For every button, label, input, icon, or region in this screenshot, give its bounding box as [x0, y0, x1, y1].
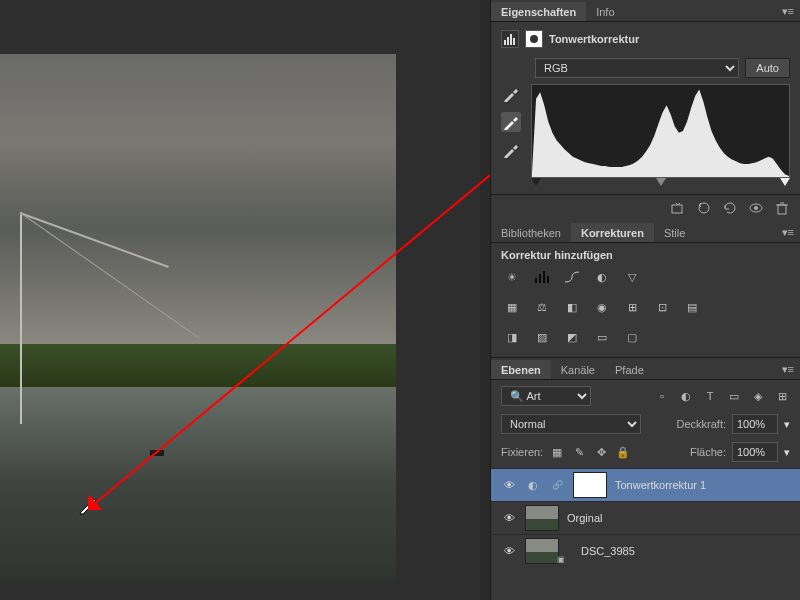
- filter-shape-icon[interactable]: ▭: [726, 388, 742, 404]
- document-canvas[interactable]: [0, 0, 480, 600]
- layer-filter-select[interactable]: 🔍 Art: [501, 386, 591, 406]
- highlight-slider[interactable]: [780, 178, 790, 186]
- document-image[interactable]: [0, 54, 396, 582]
- image-sky-region: [0, 54, 396, 344]
- tab-bibliotheken[interactable]: Bibliotheken: [491, 223, 571, 242]
- image-water-region: [0, 387, 396, 582]
- svg-rect-11: [778, 205, 786, 214]
- channel-select[interactable]: RGB: [535, 58, 739, 78]
- levels-icon: [501, 30, 519, 48]
- histogram-box[interactable]: [531, 84, 790, 178]
- properties-flyout-icon[interactable]: ▾≡: [776, 2, 800, 21]
- layer-name[interactable]: DSC_3985: [581, 545, 635, 557]
- lock-position-icon[interactable]: ✥: [593, 444, 609, 460]
- trash-icon[interactable]: [774, 201, 790, 215]
- visibility-toggle-icon[interactable]: 👁: [501, 479, 517, 491]
- shadow-slider[interactable]: [531, 178, 541, 186]
- link-icon[interactable]: 🔗: [549, 477, 565, 493]
- midtone-slider[interactable]: [656, 178, 666, 186]
- svg-rect-17: [547, 276, 549, 283]
- layer-mask-thumbnail[interactable]: [573, 472, 607, 498]
- bw-icon[interactable]: ◧: [561, 297, 583, 317]
- selective-color-icon[interactable]: ▢: [621, 327, 643, 347]
- curves-icon[interactable]: [561, 267, 583, 287]
- svg-rect-7: [672, 205, 682, 213]
- invert-icon[interactable]: ◨: [501, 327, 523, 347]
- previous-state-icon[interactable]: [696, 201, 712, 215]
- color-balance-icon[interactable]: ⚖: [531, 297, 553, 317]
- adjustment-icons: ☀ ◐ ▽: [491, 263, 800, 297]
- hue-sat-icon[interactable]: ▦: [501, 297, 523, 317]
- svg-rect-14: [535, 278, 537, 283]
- photo-filter-icon[interactable]: ◉: [591, 297, 613, 317]
- svg-rect-2: [507, 37, 509, 45]
- posterize-icon[interactable]: ▨: [531, 327, 553, 347]
- adjustment-icons-row2: ▦ ⚖ ◧ ◉ ⊞ ⊡ ▤: [491, 297, 800, 327]
- visibility-toggle-icon[interactable]: 👁: [501, 545, 517, 557]
- svg-point-8: [699, 203, 709, 213]
- fill-chevron-icon[interactable]: ▾: [784, 446, 790, 459]
- color-lookup-icon[interactable]: ⊡: [651, 297, 673, 317]
- layers-flyout-icon[interactable]: ▾≡: [776, 360, 800, 379]
- svg-rect-4: [513, 38, 515, 45]
- reset-icon[interactable]: [722, 201, 738, 215]
- eyedropper-cursor-icon: [78, 495, 98, 515]
- svg-rect-3: [510, 34, 512, 45]
- lock-pixels-icon[interactable]: ▦: [549, 444, 565, 460]
- layer-name[interactable]: Tonwertkorrektur 1: [615, 479, 706, 491]
- image-boat: [150, 450, 164, 456]
- visibility-toggle-icon[interactable]: 👁: [501, 512, 517, 524]
- lock-all-icon[interactable]: 🔒: [615, 444, 631, 460]
- threshold-icon[interactable]: ◩: [561, 327, 583, 347]
- filter-pixel-icon[interactable]: ▫: [654, 388, 670, 404]
- fill-label: Fläche:: [690, 446, 726, 458]
- corrections-heading: Korrektur hinzufügen: [491, 243, 800, 263]
- fill-input[interactable]: [732, 442, 778, 462]
- filter-type-icon[interactable]: T: [702, 388, 718, 404]
- filter-adjustment-icon[interactable]: ◐: [678, 388, 694, 404]
- image-mast: [20, 212, 22, 423]
- tab-eigenschaften[interactable]: Eigenschaften: [491, 2, 586, 21]
- opacity-chevron-icon[interactable]: ▾: [784, 418, 790, 431]
- tab-stile[interactable]: Stile: [654, 223, 695, 242]
- svg-point-10: [754, 206, 758, 210]
- tab-ebenen[interactable]: Ebenen: [491, 360, 551, 379]
- blend-mode-select[interactable]: Normal: [501, 414, 641, 434]
- channel-mixer-icon[interactable]: ⊞: [621, 297, 643, 317]
- histogram: [501, 84, 790, 184]
- corrections-flyout-icon[interactable]: ▾≡: [776, 223, 800, 242]
- image-land-region: [0, 344, 396, 386]
- properties-footer: [491, 194, 800, 221]
- mask-icon[interactable]: [525, 30, 543, 48]
- exposure-icon[interactable]: ◐: [591, 267, 613, 287]
- adjustment-title: Tonwertkorrektur: [549, 33, 639, 45]
- vibrance-icon[interactable]: ▽: [621, 267, 643, 287]
- layer-thumbnail[interactable]: [525, 505, 559, 531]
- black-point-eyedropper-icon[interactable]: [501, 84, 521, 104]
- levels-adj-icon[interactable]: [531, 267, 553, 287]
- gradient-map-icon[interactable]: ▭: [591, 327, 613, 347]
- layers-tabrow: Ebenen Kanäle Pfade ▾≡: [491, 358, 800, 380]
- svg-point-5: [530, 35, 538, 43]
- tab-pfade[interactable]: Pfade: [605, 360, 654, 379]
- layer-row[interactable]: 👁 ▣ DSC_3985: [491, 534, 800, 567]
- filter-toggle-icon[interactable]: ⊞: [774, 388, 790, 404]
- lock-brush-icon[interactable]: ✎: [571, 444, 587, 460]
- lut-icon[interactable]: ▤: [681, 297, 703, 317]
- filter-smart-icon[interactable]: ◈: [750, 388, 766, 404]
- visibility-icon[interactable]: [748, 201, 764, 215]
- layer-name[interactable]: Orginal: [567, 512, 602, 524]
- brightness-contrast-icon[interactable]: ☀: [501, 267, 523, 287]
- auto-button[interactable]: Auto: [745, 58, 790, 78]
- gray-point-eyedropper-icon[interactable]: [501, 112, 521, 132]
- svg-rect-16: [543, 271, 545, 283]
- layer-row[interactable]: 👁 Orginal: [491, 501, 800, 534]
- opacity-label: Deckkraft:: [676, 418, 726, 430]
- opacity-input[interactable]: [732, 414, 778, 434]
- clip-to-layer-icon[interactable]: [670, 201, 686, 215]
- tab-info[interactable]: Info: [586, 2, 624, 21]
- tab-kanaele[interactable]: Kanäle: [551, 360, 605, 379]
- white-point-eyedropper-icon[interactable]: [501, 140, 521, 160]
- layer-row[interactable]: 👁 ◐ 🔗 Tonwertkorrektur 1: [491, 468, 800, 501]
- tab-korrekturen[interactable]: Korrekturen: [571, 223, 654, 242]
